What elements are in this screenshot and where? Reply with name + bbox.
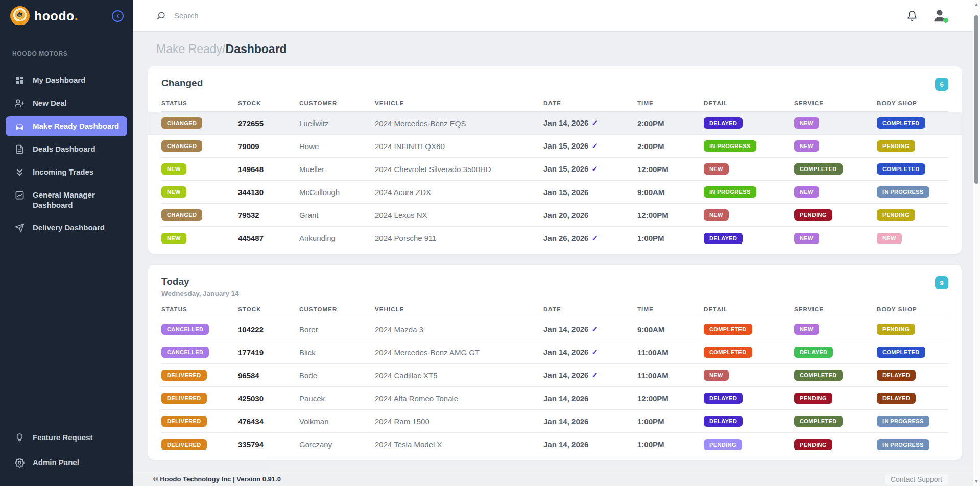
sidebar-item-label: Delivery Dashboard <box>33 223 105 233</box>
table-row[interactable]: CHANGED 79532 Grant 2024 Lexus NX Jan 20… <box>161 204 948 227</box>
section-count-badge: 9 <box>935 276 948 289</box>
contact-support-link[interactable]: Contact Support <box>885 474 948 485</box>
time-cell: 11:00AM <box>637 371 704 380</box>
body-shop-badge: IN PROGRESS <box>877 186 929 198</box>
service-cell: COMPLETED <box>794 370 877 381</box>
sidebar-item-new-deal[interactable]: New Deal <box>6 93 127 113</box>
status-badge: DELIVERED <box>161 439 207 450</box>
status-cell: CHANGED <box>161 209 238 221</box>
detail-cell: DELAYED <box>704 416 794 427</box>
vehicle-cell: 2024 Mercedes-Benz AMG GT <box>375 348 543 357</box>
detail-cell: NEW <box>704 163 794 175</box>
scrollbar-up-arrow[interactable]: ▲ <box>973 2 979 7</box>
customer-cell: Grant <box>299 211 375 220</box>
service-badge: COMPLETED <box>794 416 843 427</box>
notifications-bell-icon[interactable] <box>906 10 918 21</box>
sidebar-item-make-ready-dashboard[interactable]: Make Ready Dashboard <box>6 116 127 136</box>
column-header-detail: DETAIL <box>704 100 794 106</box>
column-header-customer: CUSTOMER <box>299 306 375 312</box>
time-cell: 2:00PM <box>637 142 704 151</box>
logo-row: b hoodo. <box>0 0 133 32</box>
table-row[interactable]: NEW 445487 Ankunding 2024 Porsche 911 Ja… <box>161 227 948 250</box>
customer-cell: Borer <box>299 325 375 334</box>
column-header-stock: STOCK <box>238 100 299 106</box>
sidebar-item-deals-dashboard[interactable]: Deals Dashboard <box>6 139 127 159</box>
time-cell: 11:00AM <box>637 348 704 357</box>
content: Make Ready/Dashboard Changed 6 STATUSSTO… <box>133 31 980 486</box>
detail-cell: NEW <box>704 209 794 221</box>
changed-section-card: Changed 6 STATUSSTOCKCUSTOMERVEHICLEDATE… <box>148 66 962 254</box>
sidebar-item-delivery-dashboard[interactable]: Delivery Dashboard <box>6 218 127 238</box>
body-shop-cell: COMPLETED <box>877 117 948 129</box>
date-cell: Jan 15, 2026✓ <box>543 164 637 174</box>
sidebar-item-label: My Dashboard <box>33 75 85 85</box>
status-cell: CANCELLED <box>161 324 238 335</box>
time-cell: 1:00PM <box>637 417 704 426</box>
date-cell: Jan 14, 2026✓ <box>543 325 637 334</box>
chart-icon <box>15 190 25 201</box>
service-cell: PENDING <box>794 439 877 450</box>
service-badge: PENDING <box>794 209 832 221</box>
table-row[interactable]: DELIVERED 476434 Volkman 2024 Ram 1500 J… <box>161 410 948 433</box>
section-subtitle: Wednesday, January 14 <box>161 289 239 297</box>
status-badge: DELIVERED <box>161 370 207 381</box>
time-cell: 1:00PM <box>637 234 704 242</box>
sidebar-item-feature-request[interactable]: Feature Request <box>6 428 127 448</box>
stock-cell: 96584 <box>238 371 299 380</box>
check-icon: ✓ <box>591 118 598 127</box>
service-cell: PENDING <box>794 209 877 221</box>
customer-cell: Bode <box>299 371 375 380</box>
sidebar-item-label: Make Ready Dashboard <box>33 121 119 131</box>
time-cell: 12:00PM <box>637 211 704 220</box>
customer-cell: Lueilwitz <box>299 119 375 128</box>
sidebar-item-incoming-trades[interactable]: Incoming Trades <box>6 162 127 182</box>
sidebar-item-admin-panel[interactable]: Admin Panel <box>6 453 127 473</box>
footer: © Hoodo Technology Inc | Version 0.91.0 … <box>133 472 973 486</box>
table-row[interactable]: NEW 344130 McCullough 2024 Acura ZDX Jan… <box>161 181 948 204</box>
column-header-body-shop: BODY SHOP <box>877 306 948 312</box>
check-icon: ✓ <box>591 141 598 150</box>
column-header-vehicle: VEHICLE <box>375 100 543 106</box>
table-row[interactable]: NEW 149648 Mueller 2024 Chevrolet Silver… <box>161 158 948 181</box>
page-scrollbar: ▲ ▼ <box>973 0 980 486</box>
table-row[interactable]: CANCELLED 104222 Borer 2024 Mazda 3 Jan … <box>161 318 948 341</box>
section-header: Today Wednesday, January 14 9 <box>161 265 948 297</box>
sidebar-item-my-dashboard[interactable]: My Dashboard <box>6 70 127 90</box>
stock-cell: 335794 <box>238 440 299 449</box>
table-row[interactable]: CHANGED 79009 Howe 2024 INFINITI QX60 Ja… <box>161 135 948 158</box>
send-icon <box>15 223 25 233</box>
sidebar-item-label: Incoming Trades <box>33 167 93 177</box>
lightbulb-icon <box>15 433 25 443</box>
service-badge: NEW <box>794 324 819 335</box>
hoodo-logo-icon[interactable]: b <box>10 6 30 26</box>
table-row[interactable]: DELIVERED 96584 Bode 2024 Cadillac XT5 J… <box>161 364 948 387</box>
table-row[interactable]: DELIVERED 425030 Paucek 2024 Alfa Romeo … <box>161 387 948 410</box>
table-row[interactable]: DELIVERED 335794 Gorczany 2024 Tesla Mod… <box>161 433 948 456</box>
status-badge: CHANGED <box>161 140 202 152</box>
scrollbar-thumb[interactable] <box>974 15 978 184</box>
service-cell: COMPLETED <box>794 163 877 175</box>
column-header-service: SERVICE <box>794 306 877 312</box>
vehicle-cell: 2024 Mercedes-Benz EQS <box>375 119 543 128</box>
status-cell: NEW <box>161 186 238 198</box>
body-shop-badge: IN PROGRESS <box>877 416 929 427</box>
status-badge: CANCELLED <box>161 324 209 335</box>
service-badge: COMPLETED <box>794 163 843 175</box>
date-cell: Jan 14, 2026✓ <box>543 118 637 128</box>
table-row[interactable]: CANCELLED 177419 Blick 2024 Mercedes-Ben… <box>161 341 948 364</box>
user-plus-icon <box>15 99 25 109</box>
sidebar: b hoodo. HOODO MOTORS My Dashboard New D… <box>0 0 133 486</box>
sidebar-collapse-button[interactable] <box>112 10 124 22</box>
service-badge: PENDING <box>794 439 832 450</box>
status-cell: DELIVERED <box>161 416 238 427</box>
search-input[interactable] <box>174 11 348 20</box>
user-avatar[interactable] <box>932 8 947 23</box>
table-row[interactable]: CHANGED 272655 Lueilwitz 2024 Mercedes-B… <box>148 112 962 135</box>
detail-badge: IN PROGRESS <box>704 140 756 152</box>
sidebar-nav: My Dashboard New Deal Make Ready Dashboa… <box>0 70 133 241</box>
sidebar-item-general-manager-dashboard[interactable]: General Manager Dashboard <box>6 185 127 215</box>
detail-badge: DELAYED <box>704 233 743 244</box>
scrollbar-down-arrow[interactable]: ▼ <box>973 479 979 484</box>
search-icon <box>156 11 166 20</box>
time-cell: 12:00PM <box>637 394 704 403</box>
